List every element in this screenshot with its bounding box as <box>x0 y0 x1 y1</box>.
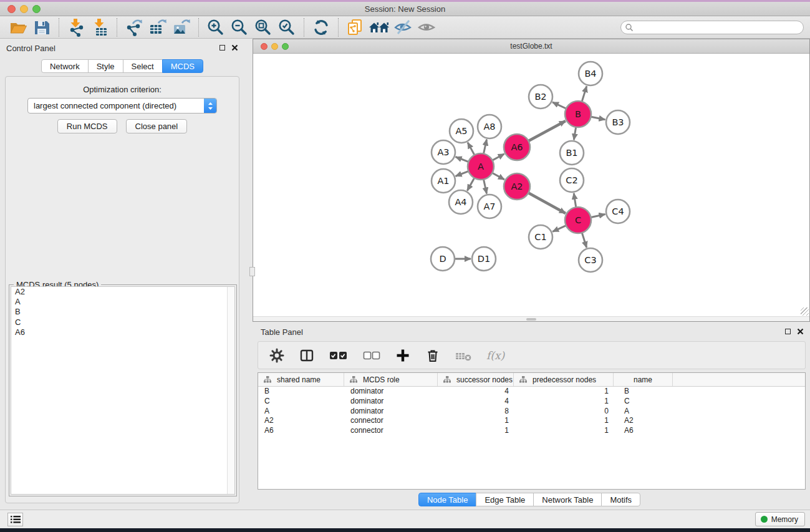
add-icon[interactable] <box>395 348 410 363</box>
table-cell[interactable]: A2 <box>614 416 673 426</box>
table-cell[interactable]: C <box>258 397 344 407</box>
gear-icon[interactable] <box>269 348 284 363</box>
graph-edge-B-B4[interactable] <box>582 86 587 102</box>
graph-edge-C-C2[interactable] <box>574 193 576 208</box>
graph-edge-C-C1[interactable] <box>552 225 567 231</box>
col-successor-nodes[interactable]: successor nodes <box>438 373 514 386</box>
columns-view-icon[interactable] <box>299 348 314 363</box>
network-window-title-bar[interactable]: testGlobe.txt <box>253 39 809 54</box>
graph-edge-A-A4[interactable] <box>467 177 475 190</box>
criterion-dropdown[interactable]: largest connected component (directed) <box>27 98 217 114</box>
table-cell[interactable]: B <box>258 387 344 397</box>
table-cell[interactable]: dominator <box>344 407 438 417</box>
graph-edge-A2-C[interactable] <box>528 193 566 213</box>
close-panel-button[interactable]: Close panel <box>126 119 188 133</box>
graph-edge-A-A6[interactable] <box>492 154 504 161</box>
table-cell[interactable]: 1 <box>514 387 614 397</box>
mcds-result-list[interactable]: A2ABCA6 <box>11 286 235 495</box>
memory-button[interactable]: Memory <box>755 512 805 526</box>
show-graphics-details-button[interactable] <box>415 17 438 37</box>
home-button[interactable] <box>367 17 391 37</box>
table-cell[interactable]: 1 <box>438 426 514 436</box>
table-cell[interactable]: 4 <box>438 387 514 397</box>
graph-edge-A6-B[interactable] <box>528 121 566 142</box>
graph-edge-B-B1[interactable] <box>574 127 576 140</box>
col-name[interactable]: name <box>614 373 673 386</box>
clone-network-button[interactable] <box>344 17 367 37</box>
import-network-button[interactable] <box>64 17 88 37</box>
close-table-panel-icon[interactable] <box>797 328 804 335</box>
export-table-button[interactable] <box>146 17 170 37</box>
unselect-all-columns-icon[interactable] <box>363 351 380 360</box>
mcds-result-item[interactable]: B <box>11 307 234 317</box>
zoom-fit-button[interactable] <box>251 17 275 37</box>
task-history-button[interactable] <box>7 513 23 526</box>
table-cell[interactable]: dominator <box>344 397 438 407</box>
graph-edge-A-A5[interactable] <box>468 142 475 155</box>
table-cell[interactable]: 1 <box>514 426 614 436</box>
graph-edge-C-C4[interactable] <box>591 215 605 218</box>
mcds-result-item[interactable]: A6 <box>11 327 234 337</box>
zoom-in-button[interactable] <box>204 17 228 37</box>
tab-network[interactable]: Network <box>41 59 89 73</box>
mcds-result-item[interactable]: A2 <box>11 287 234 297</box>
select-all-columns-icon[interactable] <box>329 350 348 361</box>
col-shared-name[interactable]: shared name <box>258 373 344 386</box>
table-row[interactable]: A6connector11A6 <box>258 426 805 436</box>
graph-edge-B-B3[interactable] <box>591 117 605 120</box>
table-cell[interactable]: dominator <box>344 387 438 397</box>
run-mcds-button[interactable]: Run MCDS <box>57 119 117 133</box>
graph-edge-A-A3[interactable] <box>456 157 470 162</box>
tab-network-table[interactable]: Network Table <box>533 493 602 506</box>
table-cell[interactable]: 0 <box>514 407 614 417</box>
export-image-button[interactable] <box>170 17 193 37</box>
tab-style[interactable]: Style <box>88 59 123 73</box>
col-mcds-role[interactable]: MCDS role <box>344 373 438 386</box>
tab-select[interactable]: Select <box>123 59 163 73</box>
hide-graphics-details-button[interactable] <box>391 17 415 37</box>
table-cell[interactable]: 1 <box>514 397 614 407</box>
network-hscroll-thumb[interactable] <box>526 318 536 321</box>
close-panel-icon[interactable] <box>231 44 238 51</box>
graph-edge-A-A8[interactable] <box>483 140 486 155</box>
table-row[interactable]: A2connector11A2 <box>258 416 805 426</box>
splitter-handle[interactable] <box>249 267 255 276</box>
delete-icon[interactable] <box>425 348 440 363</box>
col-predecessor-nodes[interactable]: predecessor nodes <box>514 373 614 386</box>
graph-edge-B-B2[interactable] <box>552 102 567 109</box>
table-cell[interactable]: 1 <box>514 416 614 426</box>
graph-edge-A-A2[interactable] <box>492 173 504 180</box>
import-table-button[interactable] <box>88 17 112 37</box>
tab-mcds[interactable]: MCDS <box>162 59 203 73</box>
graph-edge-C-C3[interactable] <box>582 232 587 248</box>
network-hscrollbar[interactable] <box>253 316 809 321</box>
table-cell[interactable]: 4 <box>438 397 514 407</box>
mcds-result-item[interactable]: A <box>11 297 234 307</box>
float-panel-icon[interactable] <box>219 45 225 51</box>
table-cell[interactable]: 8 <box>438 407 514 417</box>
graph-edge-A-A1[interactable] <box>456 171 470 176</box>
table-cell[interactable]: C <box>614 397 673 407</box>
zoom-selected-button[interactable] <box>275 17 299 37</box>
table-cell[interactable]: A2 <box>258 416 344 426</box>
table-cell[interactable]: connector <box>344 426 438 436</box>
result-scrollbar[interactable] <box>227 287 234 494</box>
float-table-panel-icon[interactable] <box>785 329 791 334</box>
search-input[interactable] <box>634 23 803 32</box>
refresh-button[interactable] <box>309 17 333 37</box>
open-session-button[interactable] <box>6 17 30 37</box>
table-cell[interactable]: connector <box>344 416 438 426</box>
table-cell[interactable]: A <box>614 407 673 417</box>
table-row[interactable]: Adominator80A <box>258 407 805 417</box>
network-canvas[interactable]: AA1A2A3A4A5A6A7A8BB1B2B3B4CC1C2C3C4DD1 <box>253 54 809 316</box>
mcds-result-item[interactable]: C <box>11 317 234 327</box>
table-cell[interactable]: A6 <box>614 426 673 436</box>
graph-edge-A-A7[interactable] <box>483 179 486 194</box>
export-network-button[interactable] <box>122 17 146 37</box>
resize-grip[interactable] <box>801 307 809 316</box>
table-cell[interactable]: A <box>258 407 344 417</box>
search-field[interactable] <box>620 21 804 34</box>
tab-edge-table[interactable]: Edge Table <box>476 493 534 506</box>
table-cell[interactable]: 1 <box>438 416 514 426</box>
table-cell[interactable]: A6 <box>258 426 344 436</box>
